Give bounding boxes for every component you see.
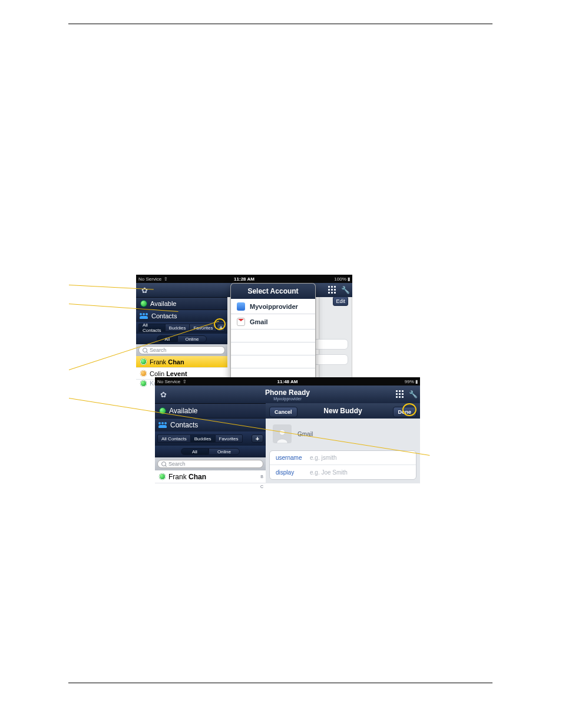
status-dot-icon <box>141 371 146 376</box>
svg-rect-15 <box>396 396 398 398</box>
account-row-empty <box>231 355 315 368</box>
filter-row: All Online <box>155 446 266 457</box>
svg-rect-13 <box>399 393 401 395</box>
highlight-done-button <box>402 403 416 416</box>
sidebar: Available Contacts All Contacts Buddies … <box>136 297 227 387</box>
keypad-icon[interactable] <box>328 285 337 295</box>
tab-all-contacts[interactable]: All Contacts <box>157 434 190 443</box>
presence-dot-icon <box>141 301 147 307</box>
account-row-empty <box>231 342 315 355</box>
new-buddy-panel: Cancel New Buddy Done Gmail username <box>266 403 420 489</box>
screen-title: Phone Ready <box>265 388 310 397</box>
select-account-popover: Select Account Myvoipprovider Gmail <box>230 283 316 382</box>
svg-rect-3 <box>328 289 330 291</box>
field-label: display <box>276 469 310 476</box>
svg-rect-10 <box>399 390 401 392</box>
rule-top <box>68 24 492 24</box>
search-row: Search <box>136 344 227 356</box>
svg-rect-5 <box>334 289 336 291</box>
contacts-header-label: Contacts <box>170 421 198 429</box>
field-display[interactable]: display e.g. Joe Smith <box>270 465 416 479</box>
add-button[interactable]: + <box>252 434 263 443</box>
settings-icon[interactable]: 🔧 <box>408 390 418 399</box>
figure-select-account: Edit No Service ⇧ 11:28 AM 100% ▮ ✿ Ph 🔧… <box>136 275 352 382</box>
svg-rect-17 <box>402 396 404 398</box>
filter-all[interactable]: All <box>181 448 209 455</box>
status-time: 11:28 AM <box>234 276 254 282</box>
contact-tabs: All Contacts Buddies Favorites + <box>155 431 266 446</box>
field-label: username <box>276 454 310 461</box>
carrier-text: No Service <box>138 276 161 282</box>
status-dot-icon <box>141 359 146 364</box>
svg-rect-12 <box>396 393 398 395</box>
filter-online[interactable]: Online <box>209 448 240 455</box>
rear-field-stub <box>313 339 348 350</box>
panel-header: Cancel New Buddy Done <box>266 403 420 419</box>
nav-bar: ✿ Phone Ready Myvoipprovider 🔧 <box>155 386 420 403</box>
presence-label: Available <box>150 300 176 307</box>
status-bar: No Service ⇧ 11:28 AM 100% ▮ <box>136 275 352 283</box>
panel-body: Gmail username e.g. jsmith display e.g. … <box>266 419 420 483</box>
presence-label: Available <box>169 407 197 415</box>
svg-rect-9 <box>396 390 398 392</box>
contact-row-frank[interactable]: Frank Chan B <box>155 470 266 483</box>
presence-row[interactable]: Available <box>136 297 227 310</box>
keypad-icon[interactable] <box>395 390 405 399</box>
account-row-empty <box>231 330 315 342</box>
index-letter: C <box>260 485 263 489</box>
svg-rect-6 <box>328 292 330 294</box>
search-placeholder: Search <box>168 461 186 467</box>
settings-icon[interactable]: 🔧 <box>340 285 350 295</box>
contacts-header: Contacts <box>136 310 227 322</box>
app-logo-icon: ✿ <box>158 390 168 399</box>
search-icon <box>143 348 147 353</box>
voip-provider-icon <box>237 302 245 311</box>
svg-rect-11 <box>402 390 404 392</box>
status-time: 11:48 AM <box>277 379 298 384</box>
field-username[interactable]: username e.g. jsmith <box>270 451 416 465</box>
field-placeholder: e.g. Joe Smith <box>310 469 348 476</box>
edit-button[interactable]: Edit <box>333 297 348 306</box>
svg-rect-2 <box>334 286 336 288</box>
fields-card: username e.g. jsmith display e.g. Joe Sm… <box>269 450 416 480</box>
rear-panel: Edit <box>319 294 352 382</box>
avatar-placeholder[interactable] <box>273 424 292 443</box>
carrier-text: No Service <box>157 379 180 384</box>
tab-favorites[interactable]: Favorites <box>189 324 217 332</box>
svg-rect-4 <box>331 289 333 291</box>
gmail-icon <box>237 318 245 326</box>
battery-text: 99% ▮ <box>405 379 418 384</box>
contacts-icon <box>140 313 148 319</box>
filter-online[interactable]: Online <box>177 335 206 342</box>
search-input[interactable]: Search <box>157 460 263 468</box>
battery-text: 100% ▮ <box>334 276 350 282</box>
svg-rect-16 <box>399 396 401 398</box>
contact-row-empty: C <box>155 483 266 489</box>
sidebar: Available Contacts All Contacts Buddies … <box>155 403 266 489</box>
svg-rect-7 <box>331 292 333 294</box>
cancel-button[interactable]: Cancel <box>269 407 297 417</box>
search-input[interactable]: Search <box>138 346 225 354</box>
rule-bottom <box>68 683 492 683</box>
search-row: Search <box>155 457 266 470</box>
contacts-header-label: Contacts <box>151 312 177 319</box>
search-icon <box>161 462 166 466</box>
tab-buddies[interactable]: Buddies <box>165 324 190 332</box>
field-placeholder: e.g. jsmith <box>310 454 337 461</box>
app-logo-icon: ✿ <box>140 285 149 295</box>
status-bar: No Service ⇧ 11:48 AM 99% ▮ <box>155 377 420 386</box>
account-gmail[interactable]: Gmail <box>231 314 315 330</box>
account-myvoipprovider[interactable]: Myvoipprovider <box>231 299 315 314</box>
presence-row[interactable]: Available <box>155 403 266 419</box>
contact-row-frank[interactable]: Frank Chan <box>136 356 227 368</box>
status-dot-icon <box>160 474 165 479</box>
rear-field-stub <box>313 354 348 365</box>
panel-title: New Buddy <box>323 407 362 415</box>
wifi-icon: ⇧ <box>183 379 187 384</box>
tab-buddies[interactable]: Buddies <box>190 434 215 443</box>
account-list: Myvoipprovider Gmail <box>231 299 315 381</box>
filter-all[interactable]: All <box>157 335 177 342</box>
tab-all-contacts[interactable]: All Contacts <box>138 324 165 332</box>
popover-header: Select Account <box>231 284 315 299</box>
tab-favorites[interactable]: Favorites <box>215 434 243 443</box>
